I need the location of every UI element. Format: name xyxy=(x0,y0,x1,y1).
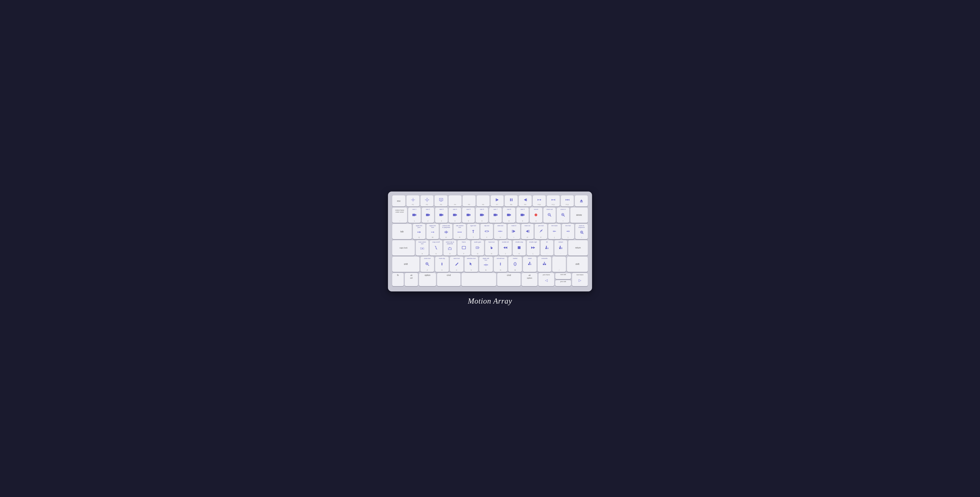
key-d[interactable]: select clip atplayhead D xyxy=(444,240,456,255)
key-delete[interactable]: delete xyxy=(570,207,588,223)
key-7[interactable]: cam 7 7 xyxy=(489,207,502,223)
key-a[interactable]: track selecttool A xyxy=(416,240,429,255)
key-alt-ctrl[interactable]: altctrl xyxy=(405,273,418,286)
key-plus[interactable]: zoom in + xyxy=(557,207,569,223)
key-0[interactable]: record 0 xyxy=(530,207,542,223)
key-bracket-r[interactable]: trim fwd ] xyxy=(562,224,574,239)
key-s[interactable]: snap on/off S xyxy=(430,240,442,255)
key-shift-r[interactable]: shift xyxy=(567,256,588,272)
key-x[interactable]: mark clip X xyxy=(435,256,449,272)
key-c[interactable]: razor tool C xyxy=(450,256,463,272)
svg-rect-150 xyxy=(545,264,546,265)
key-slash[interactable]: / xyxy=(552,256,566,272)
svg-rect-103 xyxy=(448,248,452,250)
svg-marker-70 xyxy=(461,231,462,233)
key-eject[interactable] xyxy=(575,195,588,206)
key-space[interactable] xyxy=(461,273,496,286)
key-cmd-l[interactable]: cmd xyxy=(437,273,460,286)
key-f10[interactable]: F10 xyxy=(533,195,546,206)
svg-marker-20 xyxy=(540,199,541,201)
key-f6[interactable]: F6 xyxy=(477,195,490,206)
key-u[interactable]: slide tool U xyxy=(494,224,507,239)
key-option[interactable]: option xyxy=(419,273,436,286)
key-period[interactable]: overwrite . xyxy=(538,256,551,272)
key-quote[interactable]: extract ' xyxy=(554,240,567,255)
svg-marker-78 xyxy=(489,231,489,232)
key-f1[interactable]: F1 xyxy=(406,195,419,206)
key-next-frame[interactable]: next frame ▷ xyxy=(572,273,588,286)
key-f5[interactable]: F5 xyxy=(463,195,476,206)
nav-stacked: next edit prev edit xyxy=(555,273,571,286)
svg-marker-82 xyxy=(502,231,503,232)
key-4[interactable]: cam 4 4 xyxy=(449,207,461,223)
svg-rect-37 xyxy=(453,213,456,216)
key-w[interactable]: ripple trimnext W xyxy=(426,224,439,239)
key-next-edit[interactable]: next edit xyxy=(555,273,571,279)
key-h[interactable]: hand tool H xyxy=(485,240,498,255)
key-2[interactable]: cam 2 2 xyxy=(422,207,434,223)
svg-marker-95 xyxy=(569,231,570,232)
svg-marker-36 xyxy=(442,214,444,216)
svg-marker-147 xyxy=(529,262,530,264)
key-o[interactable]: mark out O xyxy=(521,224,534,239)
svg-marker-34 xyxy=(429,214,430,216)
key-f11[interactable]: F11 xyxy=(547,195,560,206)
key-6[interactable]: cam 6 6 xyxy=(476,207,488,223)
key-y[interactable]: slip tool Y xyxy=(480,224,493,239)
key-f3[interactable]: F3 xyxy=(434,195,447,206)
key-l[interactable]: shuttle right L xyxy=(527,240,539,255)
key-f[interactable]: frame F xyxy=(458,240,470,255)
key-m[interactable]: marker M xyxy=(508,256,522,272)
key-tilde[interactable]: restore frameunder cursor ~ xyxy=(392,207,407,223)
svg-rect-121 xyxy=(561,248,562,249)
key-f7[interactable]: F7 xyxy=(491,195,504,206)
svg-line-98 xyxy=(582,233,583,234)
keyboard: esc F1 F2 F3 xyxy=(388,191,592,292)
svg-marker-40 xyxy=(469,214,471,216)
svg-marker-102 xyxy=(422,248,423,249)
key-f9[interactable]: F9 xyxy=(519,195,532,206)
key-i[interactable]: mark in I xyxy=(508,224,520,239)
key-t[interactable]: type tool T xyxy=(467,224,480,239)
key-n[interactable]: roll edit tool N xyxy=(494,256,508,272)
key-f4[interactable]: F4 xyxy=(449,195,461,206)
key-f8[interactable]: F8 xyxy=(505,195,518,206)
key-p[interactable]: pen tool P xyxy=(535,224,547,239)
key-f2[interactable]: F2 xyxy=(420,195,433,206)
key-1[interactable]: cam 1 1 xyxy=(408,207,421,223)
key-9[interactable]: cam 9 9 xyxy=(516,207,529,223)
svg-rect-116 xyxy=(545,248,547,249)
svg-marker-13 xyxy=(496,199,498,201)
key-esc[interactable]: esc xyxy=(392,195,406,206)
key-comma[interactable]: insert , xyxy=(523,256,536,272)
key-j[interactable]: shuttle left J xyxy=(499,240,512,255)
key-shift-l[interactable]: shift xyxy=(392,256,419,272)
key-prev-frame[interactable]: prev frame ◁ xyxy=(538,273,554,286)
key-prev-edit[interactable]: prev edit xyxy=(555,280,571,286)
key-v[interactable]: selection tool V xyxy=(465,256,478,272)
key-cmd-r[interactable]: cmd xyxy=(497,273,520,286)
key-f12[interactable]: F12 xyxy=(561,195,574,206)
key-tab[interactable]: tab xyxy=(392,224,412,239)
key-b[interactable]: ripple edittool B xyxy=(479,256,493,272)
key-backslash[interactable]: zoom tosequence \ xyxy=(575,224,588,239)
key-q[interactable]: ripple trimprev Q xyxy=(413,224,425,239)
key-3[interactable]: cam 3 3 xyxy=(435,207,448,223)
key-return[interactable]: return xyxy=(568,240,588,255)
key-g[interactable]: audio gain G xyxy=(471,240,484,255)
key-minus[interactable]: zoom out - xyxy=(543,207,556,223)
key-semicolon[interactable]: lift ; xyxy=(541,240,554,255)
svg-marker-133 xyxy=(469,262,472,266)
key-bracket-l[interactable]: trim back [ xyxy=(548,224,561,239)
key-e[interactable]: extend editto playhead E xyxy=(440,224,452,239)
key-k[interactable]: shuttle stop K xyxy=(513,240,525,255)
key-alt-option[interactable]: altoption xyxy=(522,273,538,286)
svg-marker-123 xyxy=(560,246,561,246)
key-r[interactable]: rate stretchtool R xyxy=(453,224,466,239)
svg-rect-47 xyxy=(520,213,523,216)
key-8[interactable]: cam 8 8 xyxy=(503,207,515,223)
key-capslock[interactable]: caps lock xyxy=(392,240,415,255)
key-z[interactable]: zoom tool Z xyxy=(420,256,434,272)
key-5[interactable]: cam 5 5 xyxy=(462,207,475,223)
key-fn[interactable]: fn xyxy=(392,273,404,286)
